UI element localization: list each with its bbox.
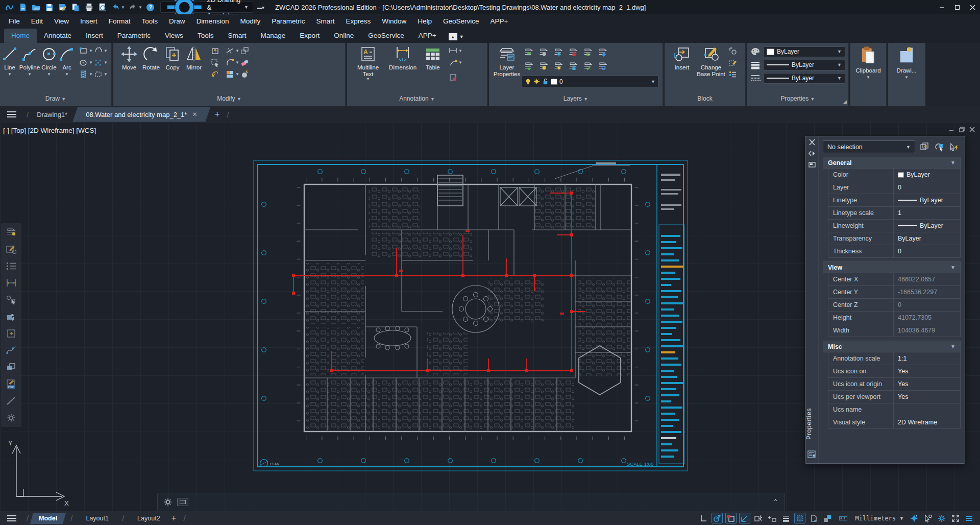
- property-value[interactable]: 0: [894, 299, 960, 311]
- doc-restore-icon[interactable]: [959, 127, 965, 132]
- properties-panel-footer[interactable]: Properties ▼: [747, 95, 848, 105]
- help-icon[interactable]: ?: [144, 2, 156, 13]
- chevron-down-icon[interactable]: ▼: [899, 516, 904, 521]
- menu-draw[interactable]: Draw: [163, 16, 191, 27]
- save-as-icon[interactable]: [56, 2, 68, 13]
- color-combo[interactable]: ByLayer ▼: [763, 46, 845, 57]
- command-bar[interactable]: ⌃: [157, 493, 785, 511]
- smart-assistant-icon[interactable]: [909, 513, 920, 523]
- menu-format[interactable]: Format: [103, 16, 136, 27]
- linetype-combo[interactable]: ByLayer ▼: [763, 73, 845, 84]
- tab-insert[interactable]: Insert: [79, 29, 110, 43]
- property-value[interactable]: 0: [894, 245, 960, 257]
- align-icon[interactable]: [240, 46, 250, 56]
- app-logo-icon[interactable]: [3, 2, 15, 13]
- layout-tab-model[interactable]: Model: [30, 513, 66, 524]
- menu-file[interactable]: File: [3, 16, 26, 27]
- annotation-visibility-icon[interactable]: [808, 513, 819, 523]
- new-tab-button[interactable]: +: [214, 109, 219, 120]
- menu-parametric[interactable]: Parametric: [266, 16, 310, 27]
- dynamic-input-icon[interactable]: [753, 513, 764, 523]
- section-header-misc[interactable]: Misc▼: [823, 341, 961, 352]
- property-value[interactable]: ByLayer: [894, 169, 960, 181]
- tab-views[interactable]: Views: [158, 29, 190, 43]
- menu-geoservice[interactable]: GeoService: [437, 16, 485, 27]
- chevron-down-icon[interactable]: ▼: [138, 5, 143, 10]
- layer-off-icon[interactable]: [536, 45, 551, 59]
- clipboard-button[interactable]: Clipboard▼: [851, 44, 885, 94]
- explode-icon[interactable]: [240, 69, 250, 79]
- insert-button[interactable]: Insert: [669, 44, 695, 94]
- arc-button[interactable]: Arc▼: [58, 44, 76, 94]
- property-value[interactable]: ByLayer: [894, 220, 960, 232]
- layer-previous-icon[interactable]: [581, 45, 596, 59]
- copy-icon[interactable]: [69, 2, 82, 13]
- property-value[interactable]: 0: [894, 181, 960, 194]
- menu-edit[interactable]: Edit: [26, 16, 48, 27]
- chevron-down-icon[interactable]: ▼: [121, 5, 126, 10]
- doc-close-icon[interactable]: [969, 127, 975, 132]
- layout-tab-layout2[interactable]: Layout2: [130, 513, 167, 524]
- erase-icon[interactable]: [240, 58, 250, 67]
- menu-window[interactable]: Window: [376, 16, 412, 27]
- menu-insert[interactable]: Insert: [75, 16, 103, 27]
- polar-tracking-icon[interactable]: [712, 513, 723, 523]
- layer-isolate-icon[interactable]: [596, 59, 610, 73]
- region-icon[interactable]: [93, 69, 103, 79]
- tab-home[interactable]: Home: [4, 29, 37, 43]
- dimension-button[interactable]: Dimension: [385, 44, 421, 94]
- property-value[interactable]: -166536.2297: [894, 286, 960, 298]
- tab-parametric[interactable]: Parametric: [110, 29, 158, 43]
- menu-smart[interactable]: Smart: [310, 16, 340, 27]
- command-collapse-icon[interactable]: ⌃: [773, 498, 778, 506]
- command-gear-icon[interactable]: [164, 498, 172, 506]
- property-value[interactable]: 1: [894, 207, 960, 219]
- palette-close-icon[interactable]: [805, 136, 819, 148]
- section-header-view[interactable]: View▼: [823, 261, 961, 273]
- select-similar-icon[interactable]: [210, 58, 220, 67]
- lineweight-combo[interactable]: ByLayer ▼: [763, 60, 845, 70]
- property-value[interactable]: [894, 403, 960, 416]
- property-value[interactable]: Yes: [894, 378, 960, 390]
- selection-cycling-icon[interactable]: [794, 513, 805, 523]
- stretch-icon[interactable]: [210, 46, 220, 56]
- doc-minimize-icon[interactable]: [949, 127, 954, 132]
- fillet-icon[interactable]: [225, 58, 235, 67]
- toggle-pickadd-icon[interactable]: [933, 141, 945, 153]
- modify-panel-footer[interactable]: Modify ▼: [113, 95, 345, 105]
- circle-button[interactable]: Circle▼: [40, 44, 58, 94]
- property-value[interactable]: ByLayer: [894, 232, 960, 245]
- property-value[interactable]: 41072.7305: [894, 312, 960, 324]
- layer-on-icon[interactable]: [536, 59, 551, 73]
- tab-manage[interactable]: Manage: [253, 29, 292, 43]
- layers-panel-footer[interactable]: Layers ▼: [489, 95, 663, 105]
- layer-visibility-icon[interactable]: [4, 226, 19, 239]
- table-style-icon[interactable]: [448, 73, 458, 82]
- dimension-tool-icon[interactable]: [4, 276, 19, 290]
- menu-help[interactable]: Help: [412, 16, 437, 27]
- property-value[interactable]: Yes: [894, 365, 960, 377]
- new-icon[interactable]: [16, 2, 29, 13]
- import-palette-icon[interactable]: [4, 327, 19, 340]
- menu-modify[interactable]: Modify: [234, 16, 266, 27]
- select-objects-icon[interactable]: [948, 141, 960, 153]
- point-icon[interactable]: [93, 58, 103, 67]
- block-panel-footer[interactable]: Block: [665, 95, 745, 105]
- trim-icon[interactable]: [225, 46, 235, 56]
- print-icon[interactable]: [83, 2, 95, 13]
- close-tab-icon[interactable]: ✕: [192, 111, 197, 118]
- menu-dimension[interactable]: Dimension: [191, 16, 235, 27]
- menu-view[interactable]: View: [48, 16, 75, 27]
- visual-styles-icon[interactable]: [4, 310, 19, 323]
- multiline-text-button[interactable]: A Multiline Text▼: [351, 44, 385, 94]
- tab-annotate[interactable]: Annotate: [37, 29, 79, 43]
- selection-combo[interactable]: No selection▼: [823, 140, 915, 153]
- tab-online[interactable]: Online: [327, 29, 361, 43]
- viewport-controls-label[interactable]: [-] [Top] [2D Wireframe] [WCS]: [3, 127, 96, 134]
- doc-tab[interactable]: Drawing1*: [32, 108, 72, 122]
- doc-tab[interactable]: 08.Water and electricity map_2_1*✕: [72, 107, 210, 122]
- layer-unlock-icon[interactable]: [566, 59, 581, 73]
- layout-menu-icon[interactable]: [7, 515, 16, 521]
- tab-export[interactable]: Export: [292, 29, 327, 43]
- block-edit-icon[interactable]: [728, 58, 738, 67]
